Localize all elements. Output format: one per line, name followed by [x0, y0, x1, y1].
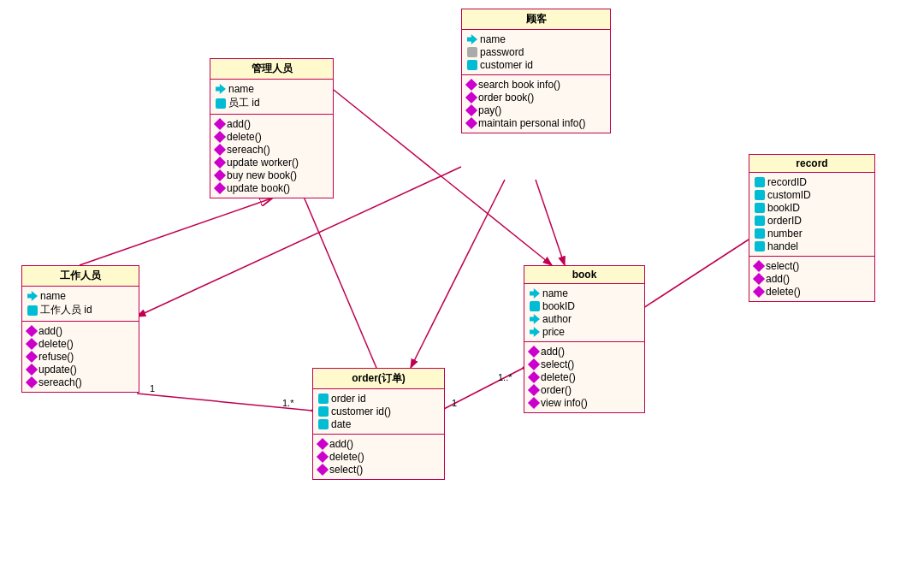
svg-line-7 — [304, 197, 376, 368]
class-record-title: record — [749, 155, 874, 173]
class-order: order(订单) order id customer id() date ad… — [312, 368, 445, 480]
class-guanli: 管理人员 name 员工 id add() delete() sereach()… — [210, 58, 334, 198]
class-order-attrs: order id customer id() date — [313, 389, 444, 435]
class-guke-methods: search book info() order book() pay() ma… — [462, 75, 610, 133]
svg-text:1: 1 — [150, 383, 155, 394]
class-gongren: 工作人员 name 工作人员 id add() delete() refuse(… — [21, 265, 139, 393]
svg-line-5 — [536, 180, 565, 265]
class-guke-attrs: name password customer id — [462, 30, 610, 75]
class-gongren-title: 工作人员 — [22, 266, 139, 287]
class-gongren-methods: add() delete() refuse() update() sereach… — [22, 322, 139, 392]
class-order-methods: add() delete() select() — [313, 435, 444, 479]
class-book-attrs: name bookID author price — [524, 284, 644, 342]
svg-line-11 — [441, 368, 524, 411]
svg-line-3 — [80, 198, 271, 265]
class-guke-title: 顾客 — [462, 9, 610, 30]
class-record-methods: select() add() delete() — [749, 257, 874, 301]
class-book: book name bookID author price add() sele… — [524, 265, 645, 413]
svg-text:1.*: 1.* — [282, 398, 294, 408]
svg-line-8 — [137, 394, 312, 411]
class-guanli-attrs: name 员工 id — [210, 80, 333, 115]
svg-text:1..*: 1..* — [498, 372, 512, 382]
class-gongren-attrs: name 工作人员 id — [22, 287, 139, 322]
class-guke: 顾客 name password customer id search book… — [461, 9, 611, 133]
svg-line-6 — [411, 180, 505, 368]
class-guanli-methods: add() delete() sereach() update worker()… — [210, 115, 333, 198]
class-book-title: book — [524, 266, 644, 284]
class-guanli-title: 管理人员 — [210, 59, 333, 80]
class-order-title: order(订单) — [313, 369, 444, 389]
class-record-attrs: recordID customID bookID orderID number … — [749, 173, 874, 257]
svg-line-15 — [643, 240, 749, 308]
class-book-methods: add() select() delete() order() view inf… — [524, 342, 644, 412]
svg-text:1: 1 — [452, 398, 457, 408]
class-record: record recordID customID bookID orderID … — [749, 154, 875, 302]
